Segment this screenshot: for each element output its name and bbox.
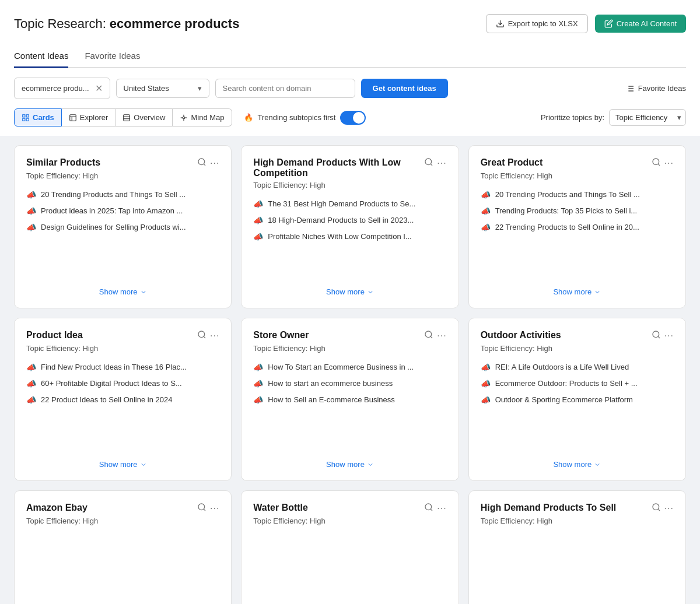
card-title: High Demand Products To Sell [481, 503, 652, 513]
topic-card: Product Idea ··· Topic Efficiency: High … [14, 318, 232, 481]
card-header: Amazon Ebay ··· [26, 503, 219, 514]
controls-bar: ecommerce produ... ✕ United States ▾ Get… [0, 68, 700, 108]
article-title: 18 High-Demand Products to Sell in 2023.… [268, 215, 414, 226]
priority-select[interactable]: Topic Efficiency Volume Difficulty [609, 109, 686, 126]
more-options-icon[interactable]: ··· [664, 503, 674, 514]
article-item: 📣 20 Trending Products and Things To Sel… [26, 189, 219, 200]
article-title: Profitable Niches With Low Competition I… [268, 231, 411, 242]
more-options-icon[interactable]: ··· [210, 503, 219, 514]
more-options-icon[interactable]: ··· [210, 331, 219, 341]
card-title: High Demand Products With Low Competitio… [253, 157, 424, 178]
card-articles: 📣 Find New Product Ideas in These 16 Pla… [26, 362, 219, 452]
domain-search-input[interactable] [215, 79, 355, 98]
svg-line-27 [658, 164, 660, 166]
list-icon [625, 84, 635, 93]
card-efficiency: Topic Efficiency: High [26, 344, 219, 353]
card-title: Store Owner [253, 330, 424, 340]
trending-icon: 📣 [481, 223, 491, 232]
chevron-down-icon [594, 461, 601, 468]
article-title: Find New Product Ideas in These 16 Plac.… [41, 362, 187, 373]
page-title: Topic Research: ecommerce products [14, 16, 239, 31]
card-header: Store Owner ··· [253, 330, 446, 342]
svg-line-39 [658, 509, 660, 511]
show-more-button[interactable]: Show more [26, 460, 219, 469]
view-mindmap-button[interactable]: Mind Map [173, 108, 232, 127]
trending-icon: 📣 [481, 379, 491, 388]
card-header-actions: ··· [197, 503, 219, 514]
topic-card: Great Product ··· Topic Efficiency: High… [468, 145, 686, 308]
svg-line-29 [204, 336, 205, 338]
trending-toggle[interactable]: 🔥 Trending subtopics first [244, 111, 366, 125]
show-more-button[interactable]: Show more [253, 287, 446, 296]
more-options-icon[interactable]: ··· [664, 158, 674, 168]
card-efficiency: Topic Efficiency: High [26, 171, 219, 180]
trending-icon: 📣 [481, 395, 491, 405]
svg-rect-11 [70, 114, 76, 121]
search-icon[interactable] [652, 330, 661, 342]
show-more-button[interactable]: Show more [481, 460, 674, 469]
topic-card: Store Owner ··· Topic Efficiency: High 📣… [241, 318, 459, 481]
search-icon[interactable] [652, 503, 661, 514]
tab-content-ideas[interactable]: Content Ideas [14, 45, 68, 68]
explorer-icon [69, 114, 77, 122]
card-articles [26, 535, 219, 604]
remove-tag-button[interactable]: ✕ [95, 83, 103, 94]
card-header-actions: ··· [424, 503, 446, 514]
article-item: 📣 60+ Profitable Digital Product Ideas t… [26, 378, 219, 389]
more-options-icon[interactable]: ··· [664, 331, 674, 341]
article-item: 📣 Product ideas in 2025: Tap into Amazon… [26, 206, 219, 216]
search-icon[interactable] [424, 157, 433, 169]
card-header-actions: ··· [652, 503, 674, 514]
trending-icon: 📣 [481, 206, 491, 216]
search-icon[interactable] [424, 503, 433, 514]
svg-point-38 [653, 504, 659, 510]
tab-favorite-ideas[interactable]: Favorite Ideas [85, 45, 140, 68]
country-select[interactable]: United States ▾ [116, 79, 209, 98]
create-ai-content-button[interactable]: Create AI Content [595, 15, 686, 33]
article-item: 📣 REI: A Life Outdoors is a Life Well Li… [481, 362, 674, 373]
svg-point-36 [425, 504, 432, 510]
mindmap-icon [180, 114, 188, 122]
card-header: High Demand Products To Sell ··· [481, 503, 674, 514]
more-options-icon[interactable]: ··· [437, 503, 446, 514]
search-icon[interactable] [197, 157, 206, 169]
show-more-button[interactable]: Show more [26, 287, 219, 296]
show-more-button[interactable]: Show more [253, 460, 446, 469]
search-icon[interactable] [197, 503, 206, 514]
search-tag[interactable]: ecommerce produ... ✕ [14, 78, 110, 99]
chevron-down-icon: ▾ [198, 84, 202, 93]
topic-card: Outdoor Activities ··· Topic Efficiency:… [468, 318, 686, 481]
more-options-icon[interactable]: ··· [437, 158, 446, 168]
svg-rect-10 [26, 118, 29, 121]
card-articles: 📣 How To Start an Ecommerce Business in … [253, 362, 446, 452]
search-icon[interactable] [197, 330, 206, 342]
card-header: Similar Products ··· [26, 157, 219, 169]
view-overview-button[interactable]: Overview [116, 108, 173, 127]
article-item: 📣 The 31 Best High Demand Products to Se… [253, 199, 446, 209]
article-title: 20 Trending Products and Things To Sell … [41, 189, 186, 200]
view-cards-button[interactable]: Cards [14, 108, 62, 127]
more-options-icon[interactable]: ··· [437, 331, 446, 341]
search-icon[interactable] [652, 157, 661, 169]
more-options-icon[interactable]: ··· [210, 158, 219, 168]
search-icon[interactable] [424, 330, 433, 342]
view-explorer-button[interactable]: Explorer [62, 108, 116, 127]
show-more-button[interactable]: Show more [481, 287, 674, 296]
get-ideas-button[interactable]: Get content ideas [361, 79, 448, 98]
article-item: 📣 Design Guidelines for Selling Products… [26, 222, 219, 233]
card-header: Water Bottle ··· [253, 503, 446, 514]
trending-icon: 📣 [26, 206, 36, 216]
favorite-ideas-button[interactable]: Favorite Ideas [625, 84, 686, 93]
article-title: 22 Product Ideas to Sell Online in 2024 [41, 395, 172, 405]
export-button[interactable]: Export topic to XLSX [486, 14, 588, 33]
trending-icon: 📣 [253, 379, 263, 388]
svg-rect-8 [26, 114, 29, 117]
card-header: Outdoor Activities ··· [481, 330, 674, 342]
article-item: 📣 Profitable Niches With Low Competition… [253, 231, 446, 242]
trending-icon: 📣 [26, 379, 36, 388]
svg-point-22 [198, 159, 205, 165]
article-title: Design Guidelines for Selling Products w… [41, 222, 186, 233]
trending-switch[interactable] [340, 111, 366, 125]
card-efficiency: Topic Efficiency: High [26, 517, 219, 525]
card-header-actions: ··· [652, 157, 674, 169]
